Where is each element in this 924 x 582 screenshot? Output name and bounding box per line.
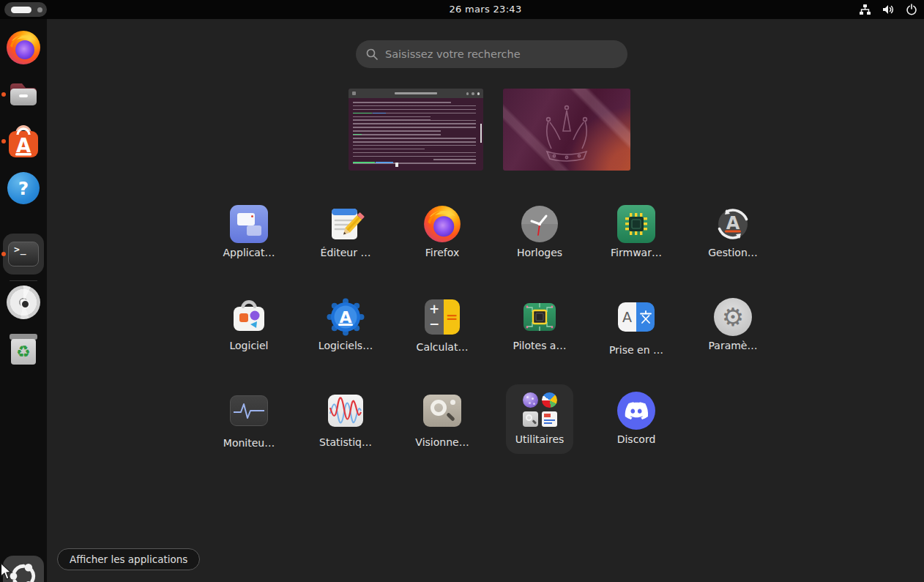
- power-statistics-icon: [328, 395, 363, 433]
- dock-item-cd-media[interactable]: [0, 286, 47, 319]
- app-label: Statistiq…: [302, 436, 390, 448]
- ubuntu-crown-watermark: [503, 89, 630, 171]
- app-label: Horloges: [496, 247, 584, 258]
- status-area[interactable]: [858, 0, 921, 19]
- disk-magnifier-icon: [523, 411, 538, 427]
- running-indicator: [1, 139, 6, 143]
- app-text-editor[interactable]: Éditeur …: [302, 205, 390, 258]
- app-label: Logiciels…: [302, 340, 390, 351]
- mouse-cursor: [0, 562, 12, 581]
- app-label: Paramè…: [689, 340, 777, 351]
- clock[interactable]: 26 mars 23:43: [47, 0, 924, 19]
- volume-icon[interactable]: [882, 3, 895, 16]
- document-icon: [542, 411, 557, 427]
- workspace-active-pill[interactable]: [11, 7, 31, 13]
- app-label: Moniteu…: [205, 437, 293, 449]
- workspace-other-dot[interactable]: [37, 7, 42, 12]
- app-label: Firefox: [398, 247, 486, 258]
- app-firmware[interactable]: Firmwar…: [592, 205, 680, 258]
- app-label: Éditeur …: [302, 247, 390, 258]
- additional-drivers-icon: [521, 298, 559, 336]
- dock-item-files[interactable]: [0, 77, 47, 112]
- image-viewer-icon: [423, 395, 461, 433]
- disk-usage-sphere-icon: [523, 392, 538, 408]
- firmware-icon: [617, 205, 655, 243]
- app-clocks[interactable]: Horloges: [496, 205, 584, 258]
- workspace-indicator[interactable]: [4, 2, 47, 17]
- app-label: Pilotes a…: [496, 340, 584, 351]
- dock-item-help[interactable]: ?: [0, 172, 47, 204]
- selected-app-highlight: >_: [3, 234, 44, 275]
- software-store-icon: [230, 298, 268, 336]
- trash-icon: ♻: [7, 332, 40, 366]
- app-label: Logiciel: [205, 340, 293, 351]
- pie-chart-icon: [542, 392, 557, 408]
- workspace-thumbnail-terminal[interactable]: [349, 89, 483, 171]
- cd-media-icon: [7, 286, 40, 319]
- app-software-properties[interactable]: A Logiciels…: [302, 298, 390, 351]
- gnome-activities-overview: 26 mars 23:43: [0, 0, 924, 582]
- app-applications[interactable]: Applicat…: [205, 205, 293, 258]
- show-apps-icon: [10, 562, 37, 582]
- terminal-scrollbar: [480, 124, 482, 143]
- language-support-icon: A: [618, 302, 655, 340]
- files-icon: [6, 77, 41, 112]
- dock-separator: [10, 280, 37, 281]
- app-center-icon: A: [7, 124, 40, 159]
- workspace-thumbnail-desktop[interactable]: [503, 89, 630, 171]
- app-discord[interactable]: Discord: [592, 392, 680, 445]
- dock-item-terminal[interactable]: >_: [0, 234, 47, 275]
- top-bar: 26 mars 23:43: [0, 0, 924, 19]
- text-editor-icon: [327, 205, 365, 243]
- update-manager-icon: A: [714, 205, 752, 243]
- app-power-statistics[interactable]: Statistiq…: [302, 392, 390, 448]
- show-apps-tooltip: Afficher les applications: [57, 548, 200, 570]
- settings-icon: ⚙: [714, 298, 752, 336]
- app-label: Discord: [592, 433, 680, 445]
- utilities-folder-icon: [506, 392, 573, 427]
- terminal-cursor: [395, 163, 398, 167]
- app-additional-drivers[interactable]: Pilotes a…: [496, 298, 584, 351]
- discord-icon: [617, 392, 655, 430]
- search-input[interactable]: [385, 48, 617, 60]
- app-label: Visionne…: [398, 436, 486, 448]
- app-language-support[interactable]: A Prise en …: [592, 298, 680, 356]
- app-label: Gestion…: [689, 247, 777, 258]
- app-label: Applicat…: [205, 247, 293, 258]
- chinese-character-icon: [638, 310, 653, 324]
- app-label: Calculat…: [398, 341, 486, 353]
- running-indicator: [1, 92, 6, 97]
- app-image-viewer[interactable]: Visionne…: [398, 392, 486, 448]
- app-firefox[interactable]: Firefox: [398, 205, 486, 258]
- dock-item-app-center[interactable]: A: [0, 124, 47, 159]
- dock-item-firefox[interactable]: [0, 30, 47, 65]
- terminal-titlebar: [349, 89, 483, 98]
- app-update-manager[interactable]: A Gestion…: [689, 205, 777, 258]
- app-system-monitor[interactable]: Moniteu…: [205, 392, 293, 449]
- app-label: Utilitaires: [506, 433, 573, 445]
- applications-icon: [230, 205, 268, 243]
- search-bar[interactable]: [356, 40, 627, 68]
- app-settings[interactable]: ⚙ Paramè…: [689, 298, 777, 351]
- firefox-icon: [423, 205, 461, 243]
- network-wired-icon[interactable]: [858, 3, 871, 16]
- terminal-icon: >_: [8, 242, 39, 266]
- power-icon[interactable]: [905, 3, 918, 16]
- magnifier-icon: [431, 400, 447, 416]
- app-folder-utilities[interactable]: Utilitaires: [506, 384, 573, 454]
- app-calculator[interactable]: +− = Calculat…: [398, 298, 486, 353]
- svg-text:A: A: [339, 308, 351, 327]
- app-label: Prise en …: [592, 344, 680, 356]
- firefox-icon: [6, 30, 41, 65]
- clocks-icon: [521, 205, 559, 243]
- system-monitor-icon: [230, 395, 268, 433]
- dock: A ? >_ ♻: [0, 19, 47, 582]
- software-properties-icon: A: [327, 298, 365, 336]
- app-label: Firmwar…: [592, 247, 680, 258]
- dock-item-trash[interactable]: ♻: [0, 332, 47, 366]
- running-indicator: [1, 252, 6, 256]
- app-software-store[interactable]: Logiciel: [205, 298, 293, 351]
- help-icon: ?: [7, 172, 40, 204]
- calculator-icon: +− =: [425, 299, 460, 337]
- search-icon: [366, 48, 378, 60]
